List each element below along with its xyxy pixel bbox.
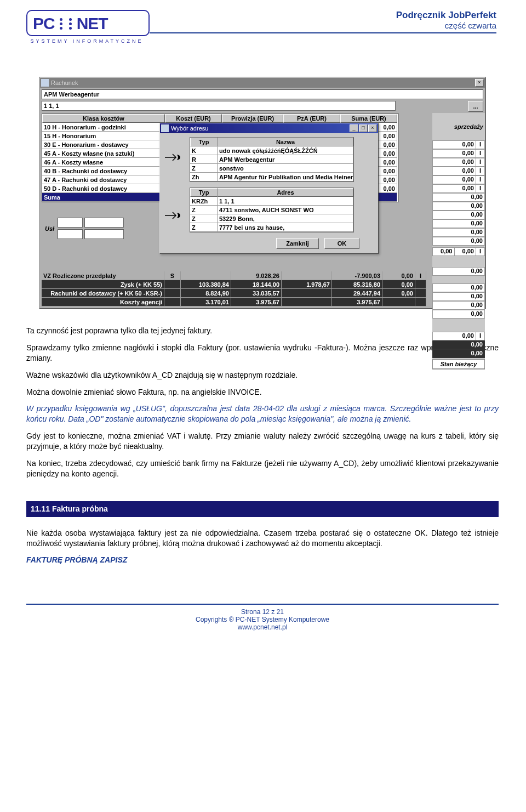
- para: Nie każda osoba wystawiająca faktury jes…: [26, 528, 499, 549]
- usl-field-2[interactable]: [84, 218, 124, 228]
- cost-row-label[interactable]: 46 A - Koszty własne: [42, 158, 165, 167]
- usl-field-1[interactable]: [58, 218, 83, 228]
- para: Ważne wskazówki dla użytkowników A_CD zn…: [26, 370, 499, 381]
- minimize-icon[interactable]: _: [350, 124, 358, 132]
- dialog-title: Wybór adresu: [171, 125, 350, 132]
- close-icon[interactable]: ×: [475, 79, 484, 87]
- footer: Strona 12 z 21 Copyrights ® PC-NET Syste…: [26, 604, 499, 631]
- cost-row-label[interactable]: 40 B - Rachunki od dostawcy: [42, 167, 165, 175]
- address-field[interactable]: 1 1, 1: [42, 101, 396, 111]
- right-val: 0,00: [432, 247, 455, 256]
- app-icon: [41, 79, 49, 87]
- usl-field-4[interactable]: [84, 229, 124, 239]
- sprzedazy-label: sprzedaży: [432, 123, 485, 132]
- doc-title: Podręcznik JobPerfekt: [150, 10, 496, 21]
- col-klasa: Klasa kosztów: [42, 114, 165, 123]
- section-heading: 11.11 Faktura próbna: [26, 501, 499, 517]
- cost-row-label[interactable]: 45 A - Koszty własne (na sztuki): [42, 149, 165, 158]
- para: Można dowolnie zmieniać słowo Faktura, n…: [26, 387, 499, 398]
- window-title: Rachunek: [51, 80, 475, 86]
- col-suma: Suma (EUR): [340, 114, 397, 123]
- col-nazwa: Nazwa: [218, 138, 353, 146]
- cost-row-label[interactable]: 30 E - Honorarium - dostawcy: [42, 140, 165, 149]
- cost-row-label[interactable]: 10 H - Honorarium - godzinki: [42, 123, 165, 132]
- para: Na koniec, trzeba zdecydować, czy umieśc…: [26, 458, 499, 479]
- main-titlebar: Rachunek ×: [40, 78, 485, 88]
- col-koszt: Koszt (EUR): [165, 114, 222, 123]
- close-button[interactable]: Zamknij: [276, 238, 319, 249]
- col-pza: PzA (EUR): [283, 114, 340, 123]
- ok-button[interactable]: OK: [324, 238, 359, 249]
- col-typ2: Typ: [190, 188, 218, 197]
- close-icon[interactable]: ×: [368, 124, 377, 132]
- usl-label: Usł: [42, 224, 58, 233]
- cost-row-label[interactable]: 50 D - Rachunki od dostawcy: [42, 184, 165, 193]
- col-prowizja: Prowizja (EUR): [222, 114, 283, 123]
- pointer-hand-icon: [163, 152, 182, 163]
- suma-row: Suma: [42, 193, 165, 202]
- dialog-icon: [161, 124, 169, 132]
- address-dialog: Wybór adresu _ □ ×: [159, 123, 379, 254]
- para: Gdy jest to konieczne, można zmieniać VA…: [26, 431, 499, 452]
- status-label: Stan bieżący: [432, 359, 485, 369]
- cost-row-label[interactable]: 15 H - Honorarium: [42, 132, 165, 140]
- para: Sprawdzamy tylko zmienne nagłówki i stop…: [26, 343, 499, 364]
- pointer-hand-icon: [163, 210, 182, 221]
- col-typ: Typ: [190, 138, 218, 146]
- logo: PC NET SYSTEMY INFORMATYCZNE: [26, 10, 150, 44]
- cost-row-label[interactable]: 47 A - Rachunki od dostawcy: [42, 175, 165, 184]
- para: Ta czynność jest poprawna tylko dla tej …: [26, 326, 499, 336]
- col-adres: Adres: [218, 188, 353, 197]
- maximize-icon[interactable]: □: [359, 124, 368, 132]
- company-field[interactable]: APM Werbeagentur: [42, 89, 483, 99]
- ellipsis-button[interactable]: ...: [468, 101, 483, 112]
- usl-field-3[interactable]: [58, 229, 83, 239]
- screenshot-window: Rachunek × APM Werbeagentur 1 1, 1 ...: [39, 77, 486, 309]
- doc-subtitle: część czwarta: [150, 21, 496, 30]
- logo-subtitle: SYSTEMY INFORMATYCZNE: [26, 38, 150, 44]
- note: W przypadku księgowania wg „USŁUG", dopu…: [26, 404, 499, 424]
- save-note: FAKTURĘ PRÓBNĄ ZAPISZ: [26, 555, 499, 565]
